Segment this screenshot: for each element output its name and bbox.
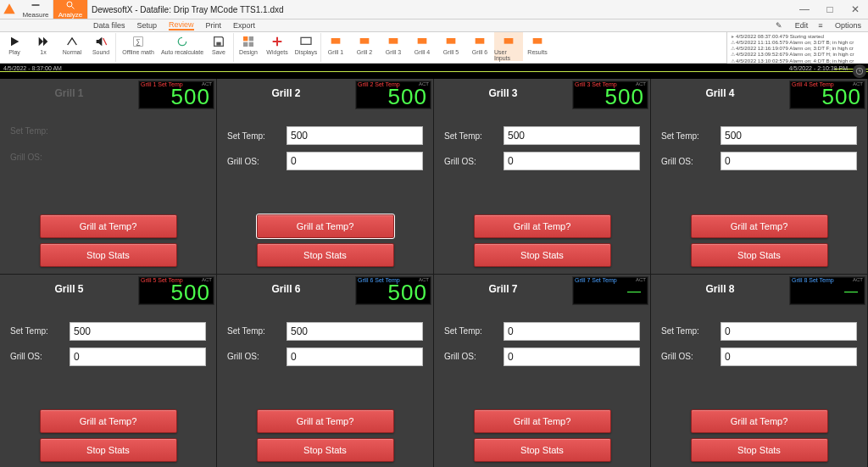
- grill-fields: Set Temp:500Grill OS:0: [661, 126, 857, 177]
- input-set-temp[interactable]: 500: [721, 126, 857, 145]
- menu-export[interactable]: Export: [233, 21, 255, 30]
- input-set-temp[interactable]: 0: [504, 322, 640, 341]
- tool-auto-recalc[interactable]: Auto recalculate: [160, 32, 204, 55]
- grill-at-temp-button[interactable]: Grill at Temp?: [691, 409, 828, 433]
- lcd-value: 500: [388, 280, 427, 306]
- menu-setup[interactable]: Setup: [137, 21, 158, 30]
- grill-title: Grill 2: [217, 87, 355, 99]
- input-grill-os[interactable]: 0: [721, 152, 857, 170]
- top-tab-analyze[interactable]: Analyze: [53, 0, 88, 19]
- tool-play[interactable]: Play: [0, 32, 29, 55]
- stop-stats-button[interactable]: Stop Stats: [40, 243, 177, 267]
- input-set-temp[interactable]: 0: [721, 322, 857, 341]
- stop-stats-button[interactable]: Stop Stats: [474, 243, 611, 267]
- label-set-temp: Set Temp:: [10, 126, 70, 136]
- titlebar: Measure Analyze DewesoftX - Datafile: Dr…: [0, 0, 868, 19]
- grill-buttons: Grill at Temp?Stop Stats: [434, 214, 650, 267]
- grill-panel-3: Grill 3 Set TempACT500Grill 3Set Temp:50…: [434, 79, 651, 275]
- stop-stats-button[interactable]: Stop Stats: [257, 438, 394, 462]
- timeline-end: 4/5/2022 - 2:10:38 PM: [789, 65, 848, 71]
- lcd-display: Grill 2 Set TempACT500: [355, 81, 431, 109]
- menu-row: Data files Setup Review Print Export ✎ E…: [0, 19, 868, 32]
- stop-stats-button[interactable]: Stop Stats: [691, 243, 828, 267]
- svg-rect-12: [249, 36, 253, 41]
- tool-design[interactable]: Design: [234, 32, 263, 55]
- label-set-temp: Set Temp:: [444, 131, 504, 141]
- grill-fields: Set Temp:0Grill OS:0: [444, 322, 640, 373]
- tool-display-results[interactable]: Results: [523, 32, 552, 55]
- lcd-value: —: [844, 284, 858, 299]
- input-set-temp[interactable]: 500: [70, 322, 206, 341]
- stop-stats-button[interactable]: Stop Stats: [691, 438, 828, 462]
- input-grill-os[interactable]: 0: [287, 152, 423, 170]
- event-log[interactable]: ▸4/5/2022 08:37:00.479 Storing started ⚠…: [726, 32, 868, 64]
- grill-at-temp-button[interactable]: Grill at Temp?: [474, 214, 611, 238]
- window-close[interactable]: ✕: [843, 3, 868, 15]
- input-grill-os[interactable]: 0: [504, 347, 640, 366]
- timeline-trace: [0, 71, 868, 72]
- tool-display-grill4[interactable]: Grill 4: [408, 32, 437, 55]
- grill-at-temp-button[interactable]: Grill at Temp?: [474, 409, 611, 433]
- tool-widgets[interactable]: Widgets: [263, 32, 292, 55]
- menu-data-files[interactable]: Data files: [93, 21, 125, 30]
- label-set-temp: Set Temp:: [661, 326, 721, 336]
- menu-edit[interactable]: ✎ Edit: [776, 21, 808, 30]
- stop-stats-button[interactable]: Stop Stats: [40, 438, 177, 462]
- label-set-temp: Set Temp:: [227, 326, 287, 336]
- grill-at-temp-button[interactable]: Grill at Temp?: [40, 409, 177, 433]
- tool-display-grill1[interactable]: Grill 1: [321, 32, 350, 55]
- tool-display-grill3[interactable]: Grill 3: [379, 32, 408, 55]
- tool-offline-math[interactable]: ∑Offline math: [116, 32, 160, 55]
- tool-display-grill2[interactable]: Grill 2: [350, 32, 379, 55]
- grill-buttons: Grill at Temp?Stop Stats: [651, 214, 867, 267]
- label-grill-os: Grill OS:: [227, 157, 287, 166]
- stop-stats-button[interactable]: Stop Stats: [474, 438, 611, 462]
- stop-stats-button[interactable]: Stop Stats: [257, 243, 394, 267]
- grill-at-temp-button[interactable]: Grill at Temp?: [40, 214, 177, 238]
- tool-display-grill5[interactable]: Grill 5: [437, 32, 465, 55]
- input-grill-os[interactable]: 0: [70, 347, 206, 366]
- input-grill-os[interactable]: 0: [287, 347, 423, 366]
- top-tab-measure[interactable]: Measure: [19, 0, 53, 19]
- window-minimize[interactable]: —: [792, 3, 817, 15]
- menu-review[interactable]: Review: [169, 20, 194, 31]
- tool-displays[interactable]: Displays: [292, 32, 320, 55]
- tool-speed-1x[interactable]: 1x: [29, 32, 58, 55]
- timeline-start: 4/5/2022 - 8:37:00 AM: [3, 65, 62, 71]
- tool-display-grill6[interactable]: Grill 6: [465, 32, 494, 55]
- menu-print[interactable]: Print: [206, 21, 222, 30]
- input-grill-os[interactable]: 0: [504, 152, 640, 170]
- menu-options[interactable]: ≡ Options: [818, 21, 861, 30]
- svg-marker-4: [11, 37, 19, 47]
- grill-at-temp-button[interactable]: Grill at Temp?: [257, 409, 394, 433]
- lcd-value: —: [627, 284, 641, 299]
- tool-display-user-inputs[interactable]: User Inputs: [494, 32, 523, 61]
- grill-at-temp-button[interactable]: Grill at Temp?: [257, 214, 394, 238]
- grill-panel-8: Grill 8 Set TempACT—Grill 8Set Temp:0Gri…: [651, 275, 868, 468]
- svg-rect-23: [476, 38, 485, 44]
- grill-buttons: Grill at Temp?Stop Stats: [0, 409, 216, 462]
- grill-panel-2: Grill 2 Set TempACT500Grill 2Set Temp:50…: [217, 79, 434, 275]
- tool-speed-mode[interactable]: Normal: [58, 32, 86, 55]
- grill-fields: Set Temp:500Grill OS:0: [227, 322, 423, 373]
- grill-at-temp-button[interactable]: Grill at Temp?: [691, 214, 828, 238]
- toolbar: Play 1x Normal Sound ∑Offline math Auto …: [0, 32, 868, 64]
- label-set-temp: Set Temp:: [227, 131, 287, 141]
- lcd-value: 500: [605, 84, 644, 110]
- input-set-temp[interactable]: 500: [504, 126, 640, 145]
- tool-sound[interactable]: Sound: [86, 32, 115, 55]
- svg-rect-22: [447, 38, 456, 44]
- svg-rect-14: [249, 42, 253, 47]
- svg-rect-20: [389, 38, 398, 44]
- input-set-temp[interactable]: 500: [287, 126, 423, 145]
- grill-buttons: Grill at Temp?Stop Stats: [217, 409, 433, 462]
- grill-panel-5: Grill 5 Set TempACT500Grill 5Set Temp:50…: [0, 275, 217, 468]
- input-grill-os[interactable]: 0: [721, 347, 857, 366]
- timeline[interactable]: 4/5/2022 - 8:37:00 AM 4/5/2022 - 2:10:38…: [0, 64, 868, 79]
- input-set-temp[interactable]: 500: [287, 322, 423, 341]
- grill-fields: Set Temp:500Grill OS:0: [444, 126, 640, 177]
- clock-icon[interactable]: [853, 64, 866, 78]
- tool-save[interactable]: Save: [204, 32, 233, 55]
- window-maximize[interactable]: □: [817, 3, 843, 15]
- lcd-value: 500: [822, 84, 861, 110]
